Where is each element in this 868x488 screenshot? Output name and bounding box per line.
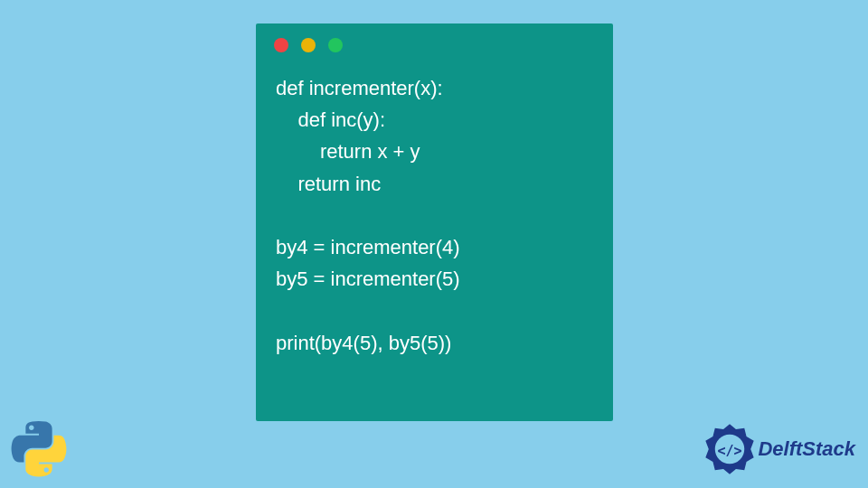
- python-logo-icon: [11, 421, 67, 477]
- svg-text:</>: </>: [718, 443, 742, 459]
- code-line: def inc(y):: [276, 108, 385, 131]
- minimize-icon: [301, 38, 316, 52]
- code-line: return x + y: [276, 140, 420, 163]
- code-line: def incrementer(x):: [276, 77, 443, 99]
- code-line: by4 = incrementer(4): [276, 236, 460, 258]
- code-line: return inc: [276, 173, 381, 195]
- code-content: def incrementer(x): def inc(y): return x…: [256, 61, 613, 377]
- code-line: by5 = incrementer(5): [276, 267, 460, 290]
- traffic-lights: [256, 23, 613, 61]
- delftstack-gear-icon: </>: [703, 423, 756, 475]
- code-window: def incrementer(x): def inc(y): return x…: [256, 23, 613, 421]
- delftstack-label: DelftStack: [758, 437, 855, 461]
- code-line: print(by4(5), by5(5)): [276, 332, 451, 354]
- close-icon: [274, 38, 288, 52]
- maximize-icon: [328, 38, 343, 52]
- delftstack-logo: </> DelftStack: [703, 423, 855, 475]
